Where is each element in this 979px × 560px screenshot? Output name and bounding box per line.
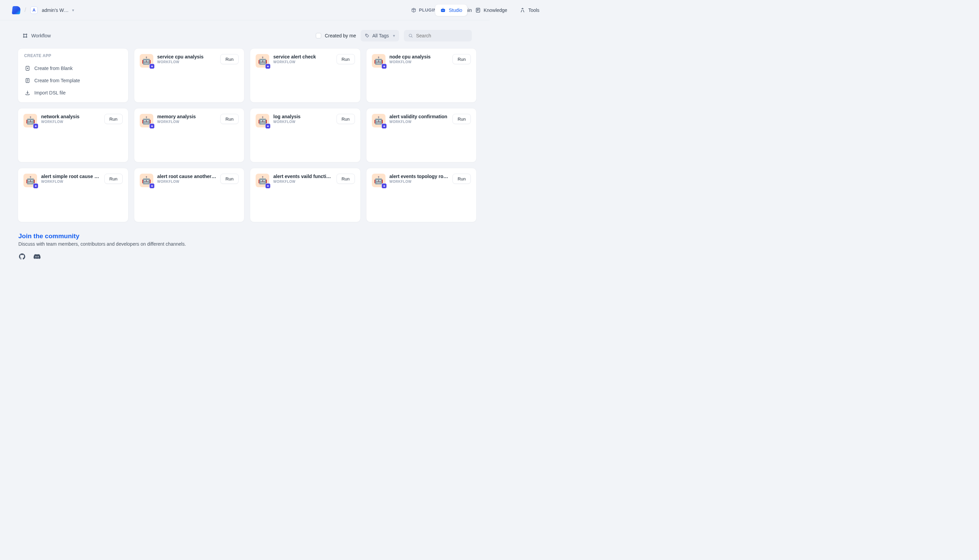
nav-studio-label: Studio [449, 7, 462, 13]
import-dsl-file-label: Import DSL file [34, 90, 66, 95]
top-header: / A admin's W… ▾ Studio Knowledge Tools [0, 0, 489, 20]
workflow-app-icon: 🤖✦ [23, 114, 37, 127]
workflow-title: alert validity confirmation [390, 114, 449, 119]
run-button[interactable]: Run [452, 173, 471, 184]
nav-studio[interactable]: Studio [435, 4, 467, 16]
workflow-badge-icon: ✦ [149, 63, 155, 69]
workflow-title: network analysis [41, 114, 100, 119]
workflow-app-icon: 🤖✦ [372, 54, 385, 68]
workflow-card[interactable]: 🤖✦ node cpu analysis WORKFLOW Run [366, 48, 477, 103]
filter-bar: Created by me All Tags ▾ [316, 30, 472, 42]
workflow-app-icon: 🤖✦ [140, 54, 153, 68]
workflow-card[interactable]: 🤖✦ network analysis WORKFLOW Run [18, 108, 128, 162]
workflow-type-label: WORKFLOW [273, 120, 332, 124]
workflow-section-icon [22, 33, 28, 38]
checkbox-icon [316, 33, 321, 38]
workflow-card[interactable]: 🤖✦ alert simple root cause … WORKFLOW Ru… [18, 168, 128, 222]
workspace-name: admin's W… [42, 7, 69, 13]
workflow-app-icon: 🤖✦ [372, 114, 385, 127]
tags-filter-label: All Tags [372, 33, 389, 38]
search-input[interactable] [416, 33, 468, 38]
workflow-app-icon: 🤖✦ [372, 173, 385, 187]
create-from-template[interactable]: Create from Template [23, 74, 123, 87]
cube-icon [411, 7, 417, 13]
app-logo[interactable] [12, 6, 21, 14]
github-icon[interactable] [18, 253, 27, 261]
workflow-type-label: WORKFLOW [390, 180, 449, 183]
tags-filter[interactable]: All Tags ▾ [361, 30, 399, 42]
workflow-badge-icon: ✦ [265, 183, 270, 188]
workflow-type-label: WORKFLOW [273, 60, 332, 64]
nav-knowledge[interactable]: Knowledge [470, 4, 489, 16]
run-button[interactable]: Run [337, 173, 355, 184]
tag-icon [365, 33, 370, 38]
workflow-type-label: WORKFLOW [41, 180, 100, 183]
workflow-title: log analysis [273, 114, 332, 119]
run-button[interactable]: Run [452, 54, 471, 64]
import-icon [25, 90, 30, 95]
workflow-app-icon: 🤖✦ [256, 54, 269, 68]
workflow-badge-icon: ✦ [265, 123, 270, 129]
workflow-grid: CREATE APP Create from Blank Create from… [0, 42, 489, 222]
workflow-card[interactable]: 🤖✦ log analysis WORKFLOW Run [250, 108, 361, 162]
community-title: Join the community [18, 232, 472, 240]
workflow-card[interactable]: 🤖✦ memory analysis WORKFLOW Run [134, 108, 245, 162]
import-dsl-file[interactable]: Import DSL file [23, 87, 123, 99]
run-button[interactable]: Run [337, 114, 355, 124]
workflow-app-icon: 🤖✦ [140, 173, 153, 187]
workflow-card[interactable]: 🤖✦ alert events topology ro… WORKFLOW Ru… [366, 168, 477, 222]
run-button[interactable]: Run [337, 54, 355, 64]
run-button[interactable]: Run [220, 54, 238, 64]
create-app-title: CREATE APP [24, 53, 123, 58]
workflow-card[interactable]: 🤖✦ alert events vaild functi… WORKFLOW R… [250, 168, 361, 222]
file-plus-icon [25, 66, 30, 71]
run-button[interactable]: Run [104, 173, 123, 184]
svg-point-10 [26, 37, 27, 38]
workflow-title: memory analysis [157, 114, 217, 119]
workflow-app-icon: 🤖✦ [256, 114, 269, 127]
search-box[interactable] [404, 30, 472, 42]
workspace-switcher[interactable]: admin's W… ▾ [42, 7, 74, 13]
workflow-title: alert events vaild functi… [273, 173, 332, 179]
section-label: Workflow [31, 33, 51, 38]
nav-knowledge-label: Knowledge [484, 7, 489, 13]
workflow-title: alert events topology ro… [390, 173, 449, 179]
workflow-app-icon: 🤖✦ [256, 173, 269, 187]
breadcrumb-slash: / [25, 7, 26, 13]
book-icon [475, 7, 481, 13]
run-button[interactable]: Run [452, 114, 471, 124]
workflow-badge-icon: ✦ [265, 63, 270, 69]
workflow-card[interactable]: 🤖✦ service alert check WORKFLOW Run [250, 48, 361, 103]
template-icon [25, 78, 30, 83]
run-button[interactable]: Run [104, 114, 123, 124]
workflow-type-label: WORKFLOW [157, 120, 217, 124]
create-from-template-label: Create from Template [34, 78, 80, 83]
workflow-badge-icon: ✦ [381, 123, 387, 129]
main-nav: Studio Knowledge Tools [435, 4, 489, 16]
svg-point-7 [23, 34, 25, 35]
discord-icon[interactable] [33, 253, 42, 261]
run-button[interactable]: Run [220, 173, 238, 184]
workflow-badge-icon: ✦ [33, 123, 38, 129]
svg-point-11 [366, 35, 367, 35]
workflow-app-icon: 🤖✦ [140, 114, 153, 127]
svg-rect-3 [443, 8, 443, 9]
workflow-card[interactable]: 🤖✦ service cpu analysis WORKFLOW Run [134, 48, 245, 103]
workflow-badge-icon: ✦ [149, 123, 155, 129]
run-button[interactable]: Run [220, 114, 238, 124]
workflow-type-label: WORKFLOW [390, 60, 449, 64]
subheader: Workflow Created by me All Tags ▾ [0, 20, 489, 42]
workflow-app-icon: 🤖✦ [23, 173, 37, 187]
workflow-badge-icon: ✦ [149, 183, 155, 188]
search-icon [408, 33, 414, 38]
created-by-me-label: Created by me [325, 33, 356, 38]
workflow-card[interactable]: 🤖✦ alert validity confirmation WORKFLOW … [366, 108, 477, 162]
workflow-type-label: WORKFLOW [41, 120, 100, 124]
workflow-card[interactable]: 🤖✦ alert root cause another… WORKFLOW Ru… [134, 168, 245, 222]
created-by-me-toggle[interactable]: Created by me [316, 33, 356, 38]
create-from-blank[interactable]: Create from Blank [23, 62, 123, 74]
workflow-title: alert simple root cause … [41, 173, 100, 179]
svg-point-9 [23, 37, 25, 38]
community-section: Join the community Discuss with team mem… [0, 222, 489, 261]
workflow-type-label: WORKFLOW [157, 60, 217, 64]
